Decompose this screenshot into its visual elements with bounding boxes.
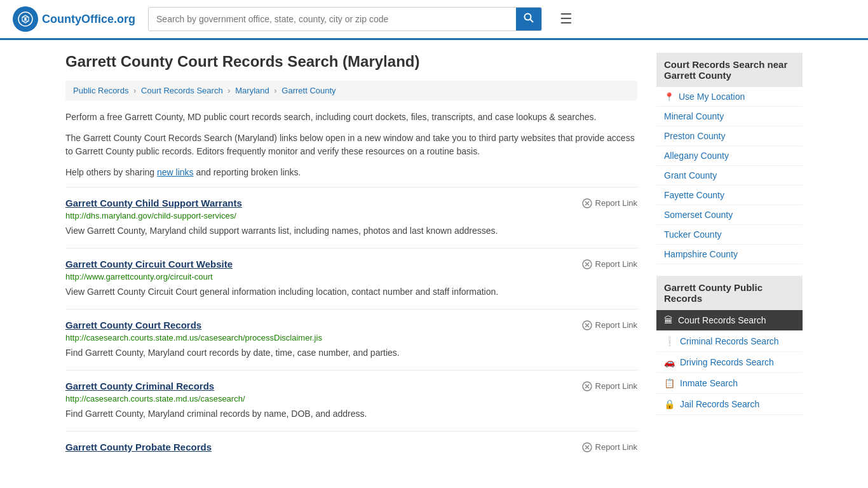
logo-text: CountyOffice.org — [42, 13, 135, 26]
description-1: Perform a free Garrett County, MD public… — [65, 111, 637, 124]
report-icon — [582, 442, 592, 452]
sidebar-nearby-links: 📍 Use My Location Mineral CountyPreston … — [656, 87, 803, 264]
result-description-1: View Garrett County Circuit Court genera… — [65, 285, 637, 299]
sidebar-county-6[interactable]: Tucker County — [656, 225, 803, 245]
result-item: Garrett County Circuit Court Website Rep… — [65, 248, 637, 309]
sidebar-nearby-title: Court Records Search near Garrett County — [656, 53, 803, 87]
result-description-2: Find Garrett County, Maryland court reco… — [65, 346, 637, 360]
sidebar-county-0[interactable]: Mineral County — [656, 107, 803, 126]
result-title-2[interactable]: Garrett County Court Records — [65, 320, 201, 330]
search-input[interactable] — [149, 9, 516, 29]
search-bar — [148, 7, 542, 31]
svg-point-4 — [525, 14, 531, 20]
report-link-0[interactable]: Report Link — [582, 198, 637, 208]
sidebar-public-records-title: Garrett County Public Records — [656, 276, 803, 310]
description-3: Help others by sharing new links and rep… — [65, 166, 637, 179]
result-item: Garrett County Probate Records Report Li… — [65, 431, 637, 465]
result-title-3[interactable]: Garrett County Criminal Records — [65, 381, 214, 391]
sidebar-record-link-0[interactable]: 🏛Court Records Search — [656, 310, 803, 331]
sidebar: Court Records Search near Garrett County… — [656, 53, 803, 465]
result-item: Garrett County Court Records Report Link… — [65, 309, 637, 370]
result-url-0[interactable]: http://dhs.maryland.gov/child-support-se… — [65, 211, 637, 220]
sidebar-record-link-2[interactable]: 🚗Driving Records Search — [656, 352, 803, 373]
result-url-1[interactable]: http://www.garrettcounty.org/circuit-cou… — [65, 272, 637, 281]
sidebar-record-link-4[interactable]: 🔒Jail Records Search — [656, 394, 803, 415]
record-icon-3: 📋 — [664, 378, 675, 388]
breadcrumb: Public Records › Court Records Search › … — [65, 81, 637, 100]
record-icon-4: 🔒 — [664, 399, 675, 409]
result-description-3: Find Garrett County, Maryland criminal r… — [65, 407, 637, 421]
sidebar-record-link-1[interactable]: ❕Criminal Records Search — [656, 331, 803, 352]
report-icon — [582, 381, 592, 391]
sidebar-county-7[interactable]: Hampshire County — [656, 245, 803, 264]
record-icon-1: ❕ — [664, 336, 675, 346]
location-icon: 📍 — [664, 92, 674, 102]
record-icon-0: 🏛 — [664, 315, 673, 325]
record-icon-2: 🚗 — [664, 357, 675, 367]
breadcrumb-link-maryland[interactable]: Maryland — [235, 86, 269, 95]
result-description-0: View Garrett County, Maryland child supp… — [65, 224, 637, 238]
result-item: Garrett County Child Support Warrants Re… — [65, 187, 637, 248]
logo-icon — [13, 6, 38, 32]
sidebar-record-link-3[interactable]: 📋Inmate Search — [656, 373, 803, 394]
description-2: The Garrett County Court Records Search … — [65, 132, 637, 158]
report-icon — [582, 259, 592, 269]
report-link-3[interactable]: Report Link — [582, 381, 637, 391]
menu-button[interactable]: ☰ — [560, 11, 573, 27]
report-link-4[interactable]: Report Link — [582, 442, 637, 452]
sidebar-record-links: 🏛Court Records Search❕Criminal Records S… — [656, 310, 803, 415]
sidebar-county-3[interactable]: Grant County — [656, 166, 803, 186]
report-link-2[interactable]: Report Link — [582, 320, 637, 330]
breadcrumb-link-public-records[interactable]: Public Records — [73, 86, 128, 95]
logo[interactable]: CountyOffice.org — [13, 6, 135, 32]
result-url-2[interactable]: http://casesearch.courts.state.md.us/cas… — [65, 333, 637, 342]
sidebar-county-2[interactable]: Allegany County — [656, 146, 803, 166]
results-list: Garrett County Child Support Warrants Re… — [65, 187, 637, 465]
page-title: Garrett County Court Records Search (Mar… — [65, 53, 637, 71]
sidebar-use-location[interactable]: 📍 Use My Location — [656, 87, 803, 107]
report-icon — [582, 320, 592, 330]
result-item: Garrett County Criminal Records Report L… — [65, 370, 637, 431]
sidebar-county-5[interactable]: Somerset County — [656, 205, 803, 225]
result-title-1[interactable]: Garrett County Circuit Court Website — [65, 259, 233, 269]
new-links-link[interactable]: new links — [157, 167, 194, 177]
report-link-1[interactable]: Report Link — [582, 259, 637, 269]
breadcrumb-link-court-records[interactable]: Court Records Search — [141, 86, 223, 95]
result-title-4[interactable]: Garrett County Probate Records — [65, 442, 212, 452]
sidebar-county-1[interactable]: Preston County — [656, 126, 803, 146]
svg-line-5 — [531, 20, 534, 23]
search-button[interactable] — [516, 8, 541, 30]
svg-point-1 — [24, 18, 27, 20]
sidebar-county-4[interactable]: Fayette County — [656, 186, 803, 205]
breadcrumb-link-garrett[interactable]: Garrett County — [281, 86, 336, 95]
report-icon — [582, 198, 592, 208]
result-title-0[interactable]: Garrett County Child Support Warrants — [65, 198, 242, 208]
result-url-3[interactable]: http://casesearch.courts.state.md.us/cas… — [65, 394, 637, 403]
